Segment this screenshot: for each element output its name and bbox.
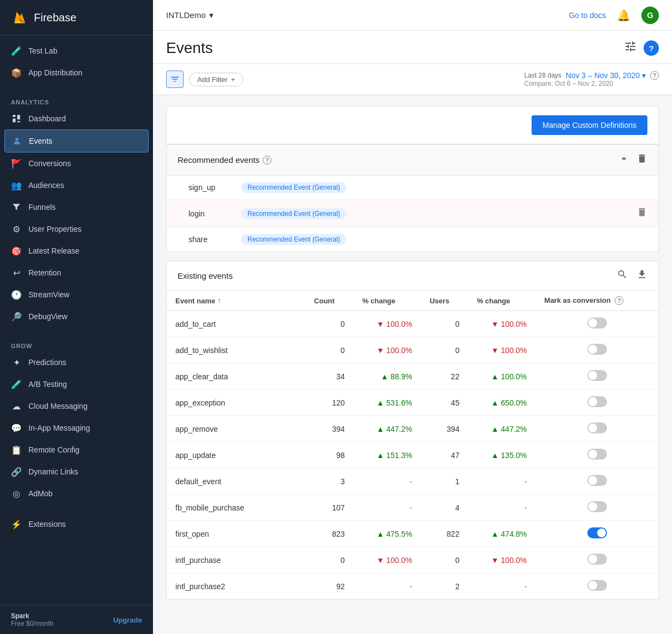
notifications-icon[interactable]: 🔔 (617, 9, 630, 22)
expand-collapse-icon[interactable] (618, 152, 630, 167)
conversion-toggle-cell (535, 468, 658, 495)
conversion-toggle[interactable] (587, 475, 607, 486)
conversion-toggle[interactable] (587, 318, 607, 328)
users-cell: 4 (421, 495, 468, 521)
date-range-label: Last 28 days (524, 72, 562, 79)
sidebar-item-in-app-messaging[interactable]: 💬 In-App Messaging (0, 417, 153, 439)
sidebar-item-user-properties[interactable]: ⚙ User Properties (0, 218, 153, 240)
conversion-toggle[interactable] (587, 527, 607, 538)
sidebar-item-remote-config[interactable]: 📋 Remote Config (0, 439, 153, 461)
conversion-toggle[interactable] (587, 422, 607, 433)
events-table: Event name ↑ Count % change Users % chan… (167, 291, 658, 599)
sidebar-item-app-distribution[interactable]: 📦 App Distribution (0, 62, 153, 84)
streamview-icon: 🕐 (11, 289, 22, 300)
project-selector[interactable]: INTLDemo ▾ (166, 10, 214, 20)
event-name-cell[interactable]: add_to_wishlist (167, 337, 305, 363)
sidebar-item-label: AdMob (28, 489, 52, 498)
sidebar-item-debugview[interactable]: 🔎 DebugView (0, 306, 153, 327)
user-avatar[interactable]: G (641, 7, 659, 24)
sidebar-item-audiences[interactable]: 👥 Audiences (0, 174, 153, 196)
recommended-event-row: login Recommended Event (General) (167, 200, 658, 227)
count-cell: 92 (305, 573, 353, 600)
conversion-toggle[interactable] (587, 344, 607, 355)
events-icon (11, 136, 22, 146)
event-name-cell[interactable]: first_open (167, 521, 305, 547)
sidebar-item-extensions[interactable]: ⚡ Extensions (0, 513, 153, 535)
sidebar-item-label: Latest Release (28, 246, 79, 255)
th-event-name[interactable]: Event name ↑ (167, 291, 305, 311)
event-name-cell[interactable]: default_event (167, 468, 305, 495)
firebase-logo-icon (11, 9, 28, 26)
sidebar-item-admob[interactable]: ◎ AdMob (0, 483, 153, 504)
users-cell: 22 (421, 363, 468, 390)
users-change-cell: - (468, 573, 535, 600)
recommended-event-row: share Recommended Event (General) (167, 227, 658, 251)
conversion-toggle[interactable] (587, 580, 607, 591)
event-name[interactable]: login (188, 209, 232, 218)
search-button[interactable] (617, 269, 628, 283)
date-range-value[interactable]: Nov 3 – Nov 30, 2020 ▾ (566, 71, 646, 80)
conversion-toggle[interactable] (587, 449, 607, 460)
customize-icon[interactable] (624, 40, 637, 56)
sidebar-item-ab-testing[interactable]: 🧪 A/B Testing (0, 373, 153, 395)
event-name-cell[interactable]: app_remove (167, 416, 305, 442)
users-change-cell: ▼ 100.0% (468, 547, 535, 573)
existing-header-actions (617, 269, 647, 283)
conversions-icon: 🚩 (11, 158, 22, 169)
event-name-cell[interactable]: add_to_cart (167, 311, 305, 337)
sidebar-item-test-lab[interactable]: 🧪 Test Lab (0, 40, 153, 62)
sidebar-item-events[interactable]: Events (4, 130, 149, 152)
delete-section-icon[interactable] (636, 153, 647, 167)
sidebar-item-dynamic-links[interactable]: 🔗 Dynamic Links (0, 461, 153, 483)
sidebar-item-latest-release[interactable]: 🎯 Latest Release (0, 240, 153, 262)
date-help-icon[interactable]: ? (650, 71, 659, 80)
event-name[interactable]: sign_up (188, 183, 232, 192)
sidebar-item-conversions[interactable]: 🚩 Conversions (0, 152, 153, 174)
filter-icon-box[interactable] (166, 71, 184, 88)
event-name-cell[interactable]: intl_purchase2 (167, 573, 305, 600)
download-button[interactable] (636, 269, 647, 283)
event-name[interactable]: share (188, 235, 232, 244)
conversion-toggle[interactable] (587, 396, 607, 407)
event-name-cell[interactable]: app_exception (167, 390, 305, 416)
sidebar-item-streamview[interactable]: 🕐 StreamView (0, 284, 153, 306)
event-name-cell[interactable]: app_update (167, 442, 305, 468)
help-button[interactable]: ? (644, 40, 659, 56)
sidebar-item-predictions[interactable]: ✦ Predictions (0, 351, 153, 373)
sidebar-item-label: Test Lab (28, 46, 57, 55)
count-change-cell: - (353, 495, 421, 521)
plan-info: Spark Free $0/month (11, 612, 54, 627)
conversion-toggle-cell (535, 547, 658, 573)
sidebar-item-funnels[interactable]: Funnels (0, 196, 153, 218)
conversion-toggle[interactable] (587, 554, 607, 565)
sidebar-item-label: App Distribution (28, 68, 82, 77)
sidebar-item-dashboard[interactable]: Dashboard (0, 108, 153, 130)
recommended-help-icon[interactable]: ? (263, 156, 272, 165)
th-count: Count (305, 291, 353, 311)
event-name-cell[interactable]: app_clear_data (167, 363, 305, 390)
count-change-cell: ▲ 88.9% (353, 363, 421, 390)
conversion-toggle[interactable] (587, 501, 607, 512)
event-badge: Recommended Event (General) (241, 208, 346, 219)
count-cell: 823 (305, 521, 353, 547)
grow-section-label: Grow (0, 336, 153, 351)
users-cell: 45 (421, 390, 468, 416)
users-cell: 2 (421, 573, 468, 600)
add-filter-button[interactable]: Add Filter + (189, 73, 243, 86)
go-to-docs-link[interactable]: Go to docs (569, 11, 606, 20)
conversion-toggle[interactable] (587, 370, 607, 381)
plan-label: Spark (11, 612, 29, 620)
delete-event-icon[interactable] (636, 207, 647, 220)
sidebar-footer: Spark Free $0/month Upgrade (0, 605, 153, 634)
sidebar-item-retention[interactable]: ↩ Retention (0, 262, 153, 284)
users-change-cell: ▼ 100.0% (468, 337, 535, 363)
date-compare: Compare: Oct 6 – Nov 2, 2020 (524, 80, 614, 87)
event-name-cell[interactable]: intl_purchase (167, 547, 305, 573)
conversion-help-icon[interactable]: ? (615, 296, 623, 305)
event-name-cell[interactable]: fb_mobile_purchase (167, 495, 305, 521)
admob-icon: ◎ (11, 488, 22, 499)
count-cell: 0 (305, 547, 353, 573)
sidebar-item-cloud-messaging[interactable]: ☁ Cloud Messaging (0, 395, 153, 417)
manage-custom-definitions-button[interactable]: Manage Custom Definitions (532, 115, 647, 135)
upgrade-button[interactable]: Upgrade (113, 616, 142, 624)
